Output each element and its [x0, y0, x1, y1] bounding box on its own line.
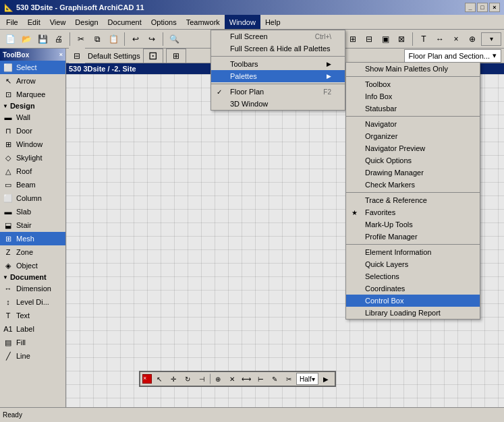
window-fullscreen[interactable]: Full Screen Ctrl+\	[211, 30, 345, 42]
palette-profile-manager[interactable]: Profile Manager	[346, 231, 480, 243]
tool-column[interactable]: ⬜ Column	[0, 191, 65, 205]
minimize-button[interactable]: _	[465, 3, 476, 12]
window-floor-plan[interactable]: ✓ Floor Plan F2	[211, 86, 345, 98]
fp-close-button[interactable]: ×	[142, 374, 152, 384]
half-arrow-icon: ▾	[312, 375, 315, 383]
menu-view[interactable]: View	[45, 15, 71, 29]
tool-mesh[interactable]: ⊞ Mesh	[0, 232, 65, 245]
tool-select[interactable]: ⬜ Select	[0, 61, 65, 74]
fp-split-btn[interactable]: ✂	[282, 373, 296, 385]
close-button[interactable]: ×	[489, 3, 500, 12]
fp-mirror-btn[interactable]: ⊣	[195, 373, 208, 385]
menu-design[interactable]: Design	[70, 15, 103, 29]
window-fullscreen-hide[interactable]: Full Screen & Hide all Palettes	[211, 42, 345, 55]
tool-arrow[interactable]: ↖ Arrow	[0, 74, 65, 88]
menu-teamwork[interactable]: Teamwork	[181, 15, 225, 29]
palette-navigator[interactable]: Navigator	[346, 118, 480, 130]
tool-marquee[interactable]: ⊡ Marquee	[0, 88, 65, 101]
palette-show-main[interactable]: Show Main Palettes Only	[346, 63, 480, 75]
icon-btn-2[interactable]: ⊟	[362, 32, 376, 47]
icon-btn-5[interactable]: T	[416, 32, 431, 47]
tool-skylight[interactable]: ◇ Skylight	[0, 151, 65, 164]
tool-zone[interactable]: Z Zone	[0, 245, 65, 259]
menu-options[interactable]: Options	[146, 15, 181, 29]
redo-button[interactable]: ↪	[144, 32, 159, 47]
fp-trim-btn[interactable]: ⊢	[254, 373, 267, 385]
settings-btn-1[interactable]: ⊡	[143, 49, 163, 63]
icon-btn-6[interactable]: ↔	[432, 32, 447, 47]
floor-plan-section-dropdown[interactable]: Floor Plan and Section... ▾	[404, 49, 501, 63]
tool-wall[interactable]: ▬ Wall	[0, 111, 65, 124]
tool-roof[interactable]: △ Roof	[0, 164, 65, 178]
fp-cursor-btn[interactable]: ↖	[152, 373, 166, 385]
tool-door[interactable]: ⊓ Door	[0, 124, 65, 138]
palette-drawing-manager[interactable]: Drawing Manager	[346, 167, 480, 179]
fp-edit-btn[interactable]: ✎	[268, 373, 281, 385]
fp-rotate-btn[interactable]: ↻	[181, 373, 194, 385]
tool-label[interactable]: A1 Label	[0, 322, 65, 336]
icon-btn-8[interactable]: ⊕	[465, 32, 480, 47]
copy-button[interactable]: ⧉	[90, 32, 105, 47]
palette-quick-layers[interactable]: Quick Layers	[346, 258, 480, 270]
palette-info-box[interactable]: Info Box	[346, 90, 480, 102]
window-3d[interactable]: 3D Window	[211, 98, 345, 110]
icon-btn-1[interactable]: ⊞	[345, 32, 360, 47]
menu-file[interactable]: File	[1, 15, 23, 29]
settings-btn-2[interactable]: ⊞	[166, 49, 186, 63]
window-palettes[interactable]: Palettes ▶	[211, 70, 345, 82]
new-button[interactable]: 📄	[3, 32, 18, 47]
palette-control-box[interactable]: Control Box	[346, 295, 480, 307]
tool-fill[interactable]: ▤ Fill	[0, 336, 65, 349]
palette-toolbox[interactable]: Toolbox	[346, 78, 480, 90]
tool-line[interactable]: ╱ Line	[0, 349, 65, 363]
menu-window[interactable]: Window	[225, 15, 260, 29]
toolbox-close-btn[interactable]: ×	[59, 51, 63, 58]
menu-help[interactable]: Help	[260, 15, 285, 29]
tool-slab[interactable]: ▬ Slab	[0, 205, 65, 218]
settings-icon-btn[interactable]: ⊟	[69, 48, 85, 64]
palette-check-markers[interactable]: Check Markers	[346, 179, 480, 191]
palette-favorites[interactable]: ★ Favorites	[346, 206, 480, 218]
icon-btn-4[interactable]: ⊠	[394, 32, 409, 47]
document-section-header[interactable]: Document	[0, 272, 65, 282]
palette-statusbar[interactable]: Statusbar	[346, 102, 480, 115]
favorites-label: Favorites	[365, 208, 395, 216]
fp-copy-btn[interactable]: ⊕	[211, 373, 225, 385]
fp-expand-btn[interactable]: ▶	[319, 373, 333, 385]
maximize-button[interactable]: □	[477, 3, 488, 12]
icon-btn-3[interactable]: ▣	[378, 32, 393, 47]
design-section-header[interactable]: Design	[0, 101, 65, 111]
paste-button[interactable]: 📋	[106, 32, 121, 47]
palette-coordinates[interactable]: Coordinates	[346, 282, 480, 295]
half-dropdown[interactable]: Half ▾	[296, 373, 318, 385]
palette-navigator-preview[interactable]: Navigator Preview	[346, 142, 480, 154]
tool-dimension[interactable]: ↔ Dimension	[0, 282, 65, 295]
fp-move-btn[interactable]: ✛	[167, 373, 180, 385]
cut-button[interactable]: ✂	[74, 32, 88, 47]
open-button[interactable]: 📂	[19, 32, 34, 47]
fp-delete-btn[interactable]: ✕	[225, 373, 239, 385]
fp-stretch-btn[interactable]: ⟷	[240, 373, 253, 385]
menu-edit[interactable]: Edit	[23, 15, 45, 29]
palette-library-loading[interactable]: Library Loading Report	[346, 307, 480, 319]
zoom-button[interactable]: 🔍	[167, 32, 181, 47]
palette-quick-options[interactable]: Quick Options	[346, 154, 480, 167]
icon-btn-7[interactable]: ×	[449, 32, 464, 47]
palette-markup-tools[interactable]: Mark-Up Tools	[346, 218, 480, 231]
tool-window[interactable]: ⊞ Window	[0, 138, 65, 151]
tool-stair[interactable]: ⬓ Stair	[0, 218, 65, 232]
palette-organizer[interactable]: Organizer	[346, 130, 480, 142]
undo-button[interactable]: ↩	[128, 32, 143, 47]
tool-object[interactable]: ◈ Object	[0, 259, 65, 272]
label-icon: A1	[3, 324, 13, 334]
print-button[interactable]: 🖨	[51, 32, 66, 47]
palette-selections[interactable]: Selections	[346, 270, 480, 282]
palette-element-info[interactable]: Element Information	[346, 246, 480, 258]
tool-text[interactable]: T Text	[0, 309, 65, 322]
tool-level-dim[interactable]: ↕ Level Di...	[0, 295, 65, 309]
tool-beam[interactable]: ▭ Beam	[0, 178, 65, 191]
save-button[interactable]: 💾	[35, 32, 50, 47]
menu-document[interactable]: Document	[103, 15, 146, 29]
window-toolbars[interactable]: Toolbars ▶	[211, 58, 345, 70]
palette-trace-reference[interactable]: Trace & Reference	[346, 194, 480, 206]
